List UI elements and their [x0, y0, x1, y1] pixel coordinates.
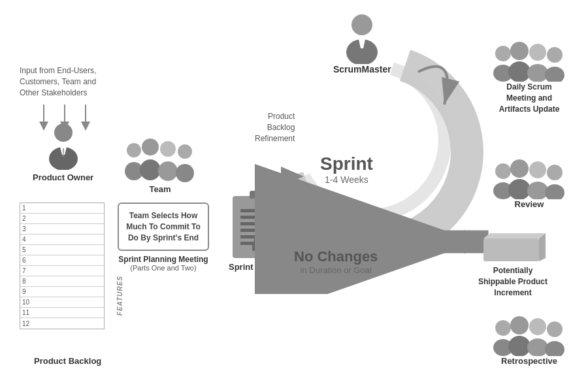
- svg-point-12: [142, 139, 159, 155]
- backlog-row: 4: [20, 235, 104, 245]
- svg-point-33: [545, 67, 564, 82]
- backlog-row: 6: [20, 255, 104, 266]
- svg-point-39: [527, 182, 548, 199]
- team-icon: [121, 137, 199, 183]
- svg-point-14: [160, 141, 176, 157]
- svg-point-16: [178, 144, 192, 159]
- svg-point-31: [527, 64, 548, 82]
- svg-point-28: [510, 42, 529, 60]
- product-owner-label: Product Owner: [33, 172, 93, 182]
- team-label: Team: [150, 184, 171, 194]
- svg-point-47: [510, 316, 529, 335]
- svg-point-37: [508, 179, 531, 199]
- svg-point-51: [547, 321, 563, 337]
- svg-point-17: [176, 164, 194, 182]
- svg-point-32: [547, 47, 563, 63]
- svg-point-52: [545, 341, 564, 356]
- retrospective-section: Retrospective: [477, 314, 581, 366]
- refinement-label: ProductBacklogRefinement: [255, 111, 295, 144]
- no-changes-subtitle: in Duration or Goal: [294, 265, 378, 275]
- shippable-section: PotentiallyShippable ProductIncrement: [457, 232, 568, 298]
- svg-point-38: [529, 161, 546, 178]
- scrummaster-section: ScrumMaster: [333, 12, 391, 74]
- svg-marker-43: [483, 233, 546, 238]
- shippable-label: PotentiallyShippable ProductIncrement: [478, 265, 547, 298]
- retrospective-label: Retrospective: [501, 356, 557, 366]
- svg-point-26: [495, 46, 511, 61]
- daily-scrum-group-icon: [487, 39, 572, 82]
- sprint-planning-sublabel: (Parts One and Two): [118, 264, 209, 272]
- svg-point-34: [495, 163, 511, 179]
- review-group-icon: [487, 157, 572, 199]
- svg-point-49: [529, 318, 546, 335]
- svg-point-48: [508, 336, 531, 356]
- sprint-planning-label: Sprint Planning Meeting: [118, 255, 209, 264]
- product-owner-section: Product Owner: [33, 121, 93, 182]
- team-section: Team: [121, 137, 199, 194]
- scrummaster-icon: [341, 12, 384, 64]
- svg-point-30: [529, 44, 546, 61]
- backlog-row: 10: [20, 297, 104, 308]
- daily-scrum-section: Daily ScrumMeeting andArtifacts Update: [477, 39, 581, 114]
- svg-point-23: [351, 14, 372, 35]
- retrospective-group-icon: [487, 314, 572, 356]
- daily-scrum-label: Daily ScrumMeeting andArtifacts Update: [499, 82, 560, 114]
- shippable-box-container: [480, 232, 546, 261]
- svg-point-36: [510, 159, 529, 178]
- sprint-planning-box: Team Selects How Much To Commit To Do By…: [118, 203, 209, 251]
- backlog-row: 1: [20, 203, 104, 214]
- backlog-row: 12: [20, 318, 104, 329]
- backlog-row: 3: [20, 224, 104, 235]
- product-backlog-label: Product Backlog: [34, 356, 101, 366]
- backlog-row: 8: [20, 276, 104, 287]
- features-label: FEATURES: [116, 276, 123, 316]
- diagram: Input from End-Users,Customers, Team and…: [0, 0, 588, 392]
- backlog-row: 9: [20, 287, 104, 297]
- no-changes-section: No Changes in Duration or Goal: [294, 248, 378, 275]
- backlog-row: 7 FEATURES: [20, 266, 104, 276]
- scrummaster-label: ScrumMaster: [333, 64, 391, 74]
- backlog-row: 5: [20, 245, 104, 255]
- product-owner-icon: [44, 121, 83, 170]
- product-backlog-section: 1 2 3 4 5 6 7 FEATURES 8 9 10 11 12: [20, 203, 105, 329]
- shippable-product-icon: [480, 232, 552, 268]
- sprint-planning-section: Team Selects How Much To Commit To Do By…: [118, 203, 209, 272]
- svg-point-6: [54, 123, 73, 142]
- backlog-table: 1 2 3 4 5 6 7 FEATURES 8 9 10 11 12: [20, 203, 105, 329]
- svg-point-13: [140, 159, 161, 180]
- svg-point-40: [547, 165, 563, 180]
- backlog-row: 11: [20, 308, 104, 318]
- svg-point-15: [158, 161, 178, 181]
- svg-point-10: [127, 143, 141, 157]
- svg-point-50: [527, 338, 548, 356]
- svg-point-29: [508, 61, 531, 82]
- no-changes-title: No Changes: [294, 248, 378, 265]
- backlog-row: 2: [20, 214, 104, 224]
- svg-point-45: [495, 320, 511, 336]
- input-label: Input from End-Users,Customers, Team and…: [20, 65, 96, 98]
- review-label: Review: [515, 199, 544, 209]
- review-section: Review: [477, 157, 581, 209]
- svg-rect-42: [483, 238, 539, 261]
- svg-point-41: [545, 184, 564, 199]
